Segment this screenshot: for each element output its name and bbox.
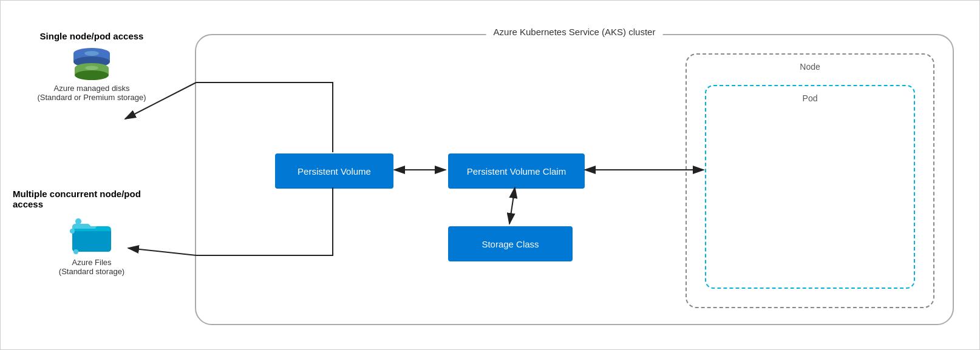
- multi-access-section: Multiple concurrent node/pod access Azur…: [13, 189, 171, 276]
- pod-box: Pod: [705, 85, 915, 289]
- managed-disks-sub: (Standard or Premium storage): [37, 93, 146, 102]
- azure-files-label: Azure Files: [72, 258, 111, 267]
- managed-disks-label: Azure managed disks: [53, 84, 129, 93]
- persistent-volume-claim-box: Persistent Volume Claim: [448, 153, 585, 189]
- managed-disks-icon: [67, 45, 116, 80]
- diagram-wrapper: Single node/pod access Azure managed dis…: [0, 0, 980, 350]
- azure-files-icon: [67, 213, 116, 254]
- svg-point-10: [73, 249, 78, 254]
- single-access-label: Single node/pod access: [40, 31, 144, 41]
- persistent-volume-box: Persistent Volume: [275, 153, 393, 189]
- multi-access-label: Multiple concurrent node/pod access: [13, 189, 171, 209]
- storage-class-box: Storage Class: [448, 226, 573, 261]
- azure-files-sub: (Standard storage): [59, 267, 124, 276]
- aks-cluster-label: Azure Kubernetes Service (AKS) cluster: [486, 27, 663, 37]
- single-access-section: Single node/pod access Azure managed dis…: [13, 31, 171, 102]
- svg-point-7: [85, 66, 98, 70]
- svg-point-6: [75, 70, 109, 80]
- aks-cluster-box: Azure Kubernetes Service (AKS) cluster P…: [195, 34, 954, 325]
- pod-label: Pod: [803, 93, 818, 103]
- svg-point-3: [84, 51, 99, 56]
- node-label: Node: [800, 62, 820, 72]
- node-box: Node Pod: [686, 53, 934, 308]
